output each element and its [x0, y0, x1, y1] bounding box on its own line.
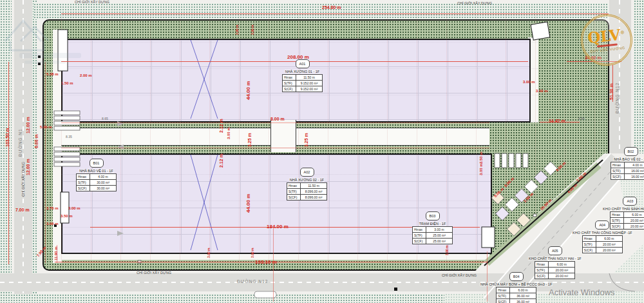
dimension-label: 184.00 m — [267, 224, 289, 230]
table-key: Hmax — [497, 288, 510, 293]
table-value: 9.152.00 m² — [296, 86, 323, 92]
building-data-table: Hmax11.50 mS(TF)8.096.00 m²S(CF)8.096.00… — [287, 182, 327, 200]
table-value: 8.096.00 m² — [301, 189, 327, 195]
building-title: NHÀ BẢO VỆ 02 - 1F — [613, 157, 644, 161]
table-value: 11.50 m — [301, 183, 327, 189]
dimension-label: 193.10 m — [255, 260, 277, 265]
table-value: 11.50 m — [296, 75, 323, 81]
building-badge: B03 — [426, 211, 440, 220]
table-value: 30.00 m² — [90, 186, 117, 191]
dimension-label: 3.00 m — [251, 248, 254, 258]
table-key: Hmax — [287, 183, 301, 189]
table-key: S(TF) — [77, 180, 90, 186]
dimension-label: 3.00 m — [523, 80, 535, 84]
dimension-label: 3.70 m — [46, 206, 59, 210]
table-key: S(CF) — [287, 195, 301, 200]
boundary-label: CHỈ GIỚI XÂY DỰNG — [75, 1, 109, 5]
dimension-label: 254.80 m — [322, 5, 341, 10]
loading-docks — [495, 153, 528, 168]
boundary-label: CHỈ GIỚI XÂY DỰNG — [442, 274, 477, 278]
dimension-label: 103.50 m — [5, 128, 10, 147]
table-key: S(CF) — [611, 174, 625, 180]
dimension-label: 2.12 m — [219, 153, 223, 168]
table-value: 9.152.00 m² — [296, 81, 323, 86]
dimension-label: 3.00 m — [446, 245, 449, 255]
building-data-table: Hmax3.00 mS(TF)25.00 m²S(CF)25.00 m² — [412, 226, 453, 244]
dimension-label: 3.25 m — [304, 133, 308, 147]
building-title: NHÀ XƯỞNG 01 - 1F — [285, 70, 320, 73]
building-data-table: Hmax4.00 mS(TF)30.00 m²S(CF)30.00 m² — [76, 173, 117, 191]
elevation-label: 8.65 — [102, 117, 108, 121]
building-data-table: Hmax6.00 mS(TF)36.00 m²S(CF)36.00 m² — [496, 287, 536, 303]
table-value: 20.00 m² — [596, 248, 622, 253]
dimension-line — [61, 148, 489, 148]
ramp — [531, 22, 550, 40]
boundary-label: CHỈ GIỚI XÂY DỰNG — [137, 271, 171, 275]
table-key: S(TF) — [413, 233, 426, 239]
dimension-label: 7.00 m — [15, 208, 30, 212]
table-key: Hmax — [582, 236, 596, 242]
dimension-label: 44.00 m — [246, 194, 251, 213]
building-badge: A02 — [300, 168, 314, 177]
dimension-label: 3.00 m — [251, 24, 254, 35]
dimension-label: 12.00 m — [26, 117, 30, 133]
building-badge: B01 — [90, 159, 104, 168]
dimension-label: 44.00 m — [246, 81, 251, 100]
building-title: TRẠM ĐIỆN - 1F — [419, 222, 447, 226]
qlv-logo-subtext: QUÝ LỘC VƯỢNG — [590, 46, 625, 54]
dimension-label: 5.38 m — [46, 72, 59, 76]
dimension-label: 3.50 m — [479, 152, 483, 164]
elevation-label: 8.35 — [66, 135, 72, 139]
table-key: Hmax — [413, 227, 426, 233]
table-key: Hmax — [610, 212, 623, 218]
table-key: S(TF) — [287, 189, 301, 195]
table-key: S(CF) — [413, 239, 426, 244]
site-plan-canvas: QLV® QUÝ LỘC VƯỢNG Activate Windows 254.… — [0, 0, 644, 303]
flow-arrows — [117, 121, 124, 236]
dimension-line — [61, 122, 489, 123]
building-badge: B04 — [509, 272, 524, 281]
dimension-label: 6.00 m — [34, 134, 39, 148]
table-value: 16.00 m² — [625, 168, 644, 174]
dimension-label: 11.90 m — [54, 246, 58, 260]
table-key: S(CF) — [77, 186, 90, 191]
table-key: S(CF) — [283, 86, 296, 92]
dimension-label: 34.42 m — [549, 119, 565, 123]
building-title: KHO CHẤT THẢI NGUY HẠI - 1F — [528, 257, 582, 260]
table-value: 30.00 m² — [90, 180, 117, 186]
dimension-label: 3.00 m — [227, 127, 231, 139]
table-key: Hmax — [77, 174, 90, 180]
building-title: NHÀ XƯỞNG 02 - 1F — [289, 178, 325, 182]
table-value: 36.00 m² — [510, 293, 536, 299]
info-table-b01: B01NHÀ BẢO VỆ 01 - 1FHmax4.00 mS(TF)30.0… — [76, 159, 117, 191]
table-value: 25.00 m² — [426, 239, 453, 244]
dimension-label: 8.00 m — [270, 117, 285, 121]
dimension-label: 3.50 m — [61, 214, 73, 218]
building-data-table: Hmax4.00 mS(TF)16.00 m²S(CF)16.00 m² — [611, 162, 644, 180]
info-table-b04: B04NHÀ CHỨA MÁY BƠM + BỂ PCCC 0m3 - 1FHm… — [480, 272, 553, 303]
boundary-label: CHỈ GIỚI XÂY DỰNG — [22, 162, 26, 197]
registered-mark: ® — [620, 29, 625, 35]
table-value: 3.00 m — [426, 227, 453, 233]
road-label: ĐƯỜNG N12 — [237, 280, 268, 284]
table-value: 6.00 m — [623, 212, 644, 218]
activate-windows-text: Activate Windows — [549, 288, 615, 297]
info-table-a02: A02NHÀ XƯỞNG 02 - 1FHmax11.50 mS(TF)8.09… — [287, 168, 327, 200]
qlv-logo: QLV® QUÝ LỘC VƯỢNG — [576, 10, 638, 70]
table-key: S(TF) — [582, 242, 596, 248]
table-value: 6.00 m — [596, 236, 622, 242]
dimension-label: 3.00 m — [236, 24, 239, 35]
table-value: 25.00 m² — [426, 233, 453, 239]
road-label: ĐƯỜNG N12 — [616, 83, 620, 113]
table-value: 16.00 m² — [625, 174, 644, 180]
building-badge: A04 — [595, 220, 609, 230]
table-key: S(TF) — [611, 168, 625, 174]
building-badge: A03 — [623, 197, 637, 206]
table-value: 20.00 m² — [596, 242, 622, 248]
elevation-label: 8.66 — [578, 117, 585, 121]
dimension-label: 3.50 m — [536, 89, 548, 93]
building-data-table: Hmax6.00 mS(TF)20.00 m²S(CF)20.00 m² — [582, 235, 623, 253]
dimension-label: 12.00 m — [26, 159, 30, 175]
building-title: KHO CHẤT THẢI CÔNG NGHIỆP -1F — [572, 231, 633, 235]
info-table-b03: B03TRẠM ĐIỆN - 1FHmax3.00 mS(TF)25.00 m²… — [412, 211, 453, 244]
